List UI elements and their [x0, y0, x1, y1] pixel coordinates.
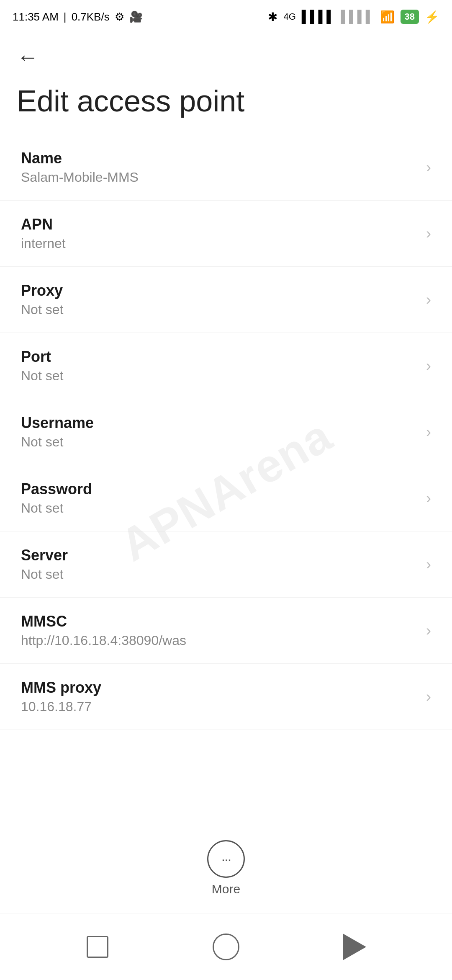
settings-item-content-mms-proxy: MMS proxy10.16.18.77: [21, 679, 101, 714]
chevron-right-icon-username: ›: [426, 423, 431, 441]
wifi-icon: 📶: [380, 10, 395, 24]
status-time: 11:35 AM: [13, 10, 59, 23]
recents-button[interactable]: [81, 930, 114, 964]
settings-item-label-server: Server: [21, 547, 68, 564]
settings-item-label-proxy: Proxy: [21, 282, 63, 299]
chevron-right-icon-password: ›: [426, 490, 431, 507]
page-title: Edit access point: [0, 72, 452, 134]
more-button[interactable]: ··· More: [207, 840, 245, 896]
settings-item-label-apn: APN: [21, 216, 66, 233]
settings-item-content-apn: APNinternet: [21, 216, 66, 251]
settings-item-apn[interactable]: APNinternet›: [0, 201, 452, 267]
chevron-right-icon-port: ›: [426, 357, 431, 375]
settings-item-content-name: NameSalam-Mobile-MMS: [21, 150, 139, 185]
more-dots-icon: ···: [221, 852, 231, 866]
chevron-right-icon-apn: ›: [426, 225, 431, 242]
settings-item-mms-proxy[interactable]: MMS proxy10.16.18.77›: [0, 664, 452, 730]
charging-icon: ⚡: [425, 10, 439, 24]
settings-item-label-port: Port: [21, 348, 63, 366]
chevron-right-icon-server: ›: [426, 556, 431, 573]
battery-indicator: 38: [401, 10, 419, 24]
recents-icon: [87, 936, 108, 958]
settings-item-value-mms-proxy: 10.16.18.77: [21, 699, 101, 714]
status-bar: 11:35 AM | 0.7KB/s ⚙ 🎥 ✱ 4G ▌▌▌▌ ▌▌▌▌ 📶 …: [0, 0, 452, 34]
top-nav: ←: [0, 34, 452, 72]
more-circle-icon: ···: [207, 840, 245, 878]
bottom-nav: [0, 913, 452, 980]
settings-item-label-mmsc: MMSC: [21, 613, 186, 630]
video-icon: 🎥: [129, 10, 143, 23]
settings-item-value-username: Not set: [21, 434, 94, 450]
settings-icon: ⚙: [115, 10, 124, 23]
status-speed: 0.7KB/s: [72, 10, 110, 23]
status-right: ✱ 4G ▌▌▌▌ ▌▌▌▌ 📶 38 ⚡: [268, 10, 439, 24]
signal-4g-icon: 4G: [283, 11, 295, 22]
settings-item-label-mms-proxy: MMS proxy: [21, 679, 101, 696]
chevron-right-icon-mmsc: ›: [426, 622, 431, 640]
settings-item-content-password: PasswordNot set: [21, 480, 92, 516]
settings-list: NameSalam-Mobile-MMS›APNinternet›ProxyNo…: [0, 134, 452, 730]
settings-item-value-proxy: Not set: [21, 302, 63, 317]
settings-item-value-password: Not set: [21, 500, 92, 516]
home-button[interactable]: [209, 930, 243, 964]
settings-item-content-username: UsernameNot set: [21, 414, 94, 450]
chevron-right-icon-mms-proxy: ›: [426, 688, 431, 706]
settings-item-content-port: PortNot set: [21, 348, 63, 384]
settings-item-server[interactable]: ServerNot set›: [0, 531, 452, 598]
back-nav-button[interactable]: [338, 930, 371, 964]
settings-item-label-name: Name: [21, 150, 139, 167]
settings-item-label-username: Username: [21, 414, 94, 432]
settings-item-value-name: Salam-Mobile-MMS: [21, 170, 139, 185]
settings-item-label-password: Password: [21, 480, 92, 498]
signal-bars-icon: ▌▌▌▌: [302, 10, 335, 23]
settings-item-port[interactable]: PortNot set›: [0, 333, 452, 399]
settings-item-value-mmsc: http://10.16.18.4:38090/was: [21, 633, 186, 648]
settings-item-content-mmsc: MMSChttp://10.16.18.4:38090/was: [21, 613, 186, 648]
settings-item-content-server: ServerNot set: [21, 547, 68, 582]
settings-item-password[interactable]: PasswordNot set›: [0, 465, 452, 531]
chevron-right-icon-proxy: ›: [426, 291, 431, 309]
chevron-right-icon-name: ›: [426, 159, 431, 176]
settings-item-content-proxy: ProxyNot set: [21, 282, 63, 317]
more-label: More: [212, 882, 240, 896]
settings-item-value-apn: internet: [21, 236, 66, 251]
bluetooth-icon: ✱: [268, 10, 277, 24]
signal-bars2-icon: ▌▌▌▌: [341, 10, 374, 23]
settings-item-username[interactable]: UsernameNot set›: [0, 399, 452, 465]
settings-item-proxy[interactable]: ProxyNot set›: [0, 267, 452, 333]
settings-item-value-port: Not set: [21, 368, 63, 384]
settings-item-value-server: Not set: [21, 567, 68, 582]
home-icon: [213, 934, 239, 960]
back-nav-icon: [343, 934, 366, 960]
settings-item-name[interactable]: NameSalam-Mobile-MMS›: [0, 134, 452, 201]
back-button[interactable]: ←: [17, 46, 39, 68]
settings-item-mmsc[interactable]: MMSChttp://10.16.18.4:38090/was›: [0, 598, 452, 664]
status-separator: |: [64, 10, 67, 23]
status-left: 11:35 AM | 0.7KB/s ⚙ 🎥: [13, 10, 143, 23]
